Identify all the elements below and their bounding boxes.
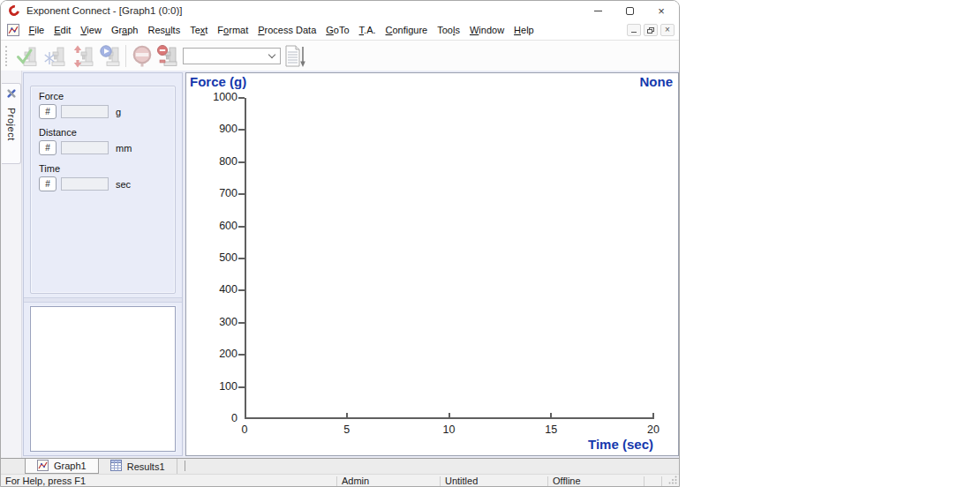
- status-separator: [336, 476, 337, 486]
- y-tick-label: 200: [192, 348, 237, 360]
- menu-item-graph[interactable]: Graph: [106, 22, 143, 38]
- stop-sign-button[interactable]: [130, 43, 156, 69]
- menu-item-window[interactable]: Window: [464, 22, 509, 38]
- distance-input[interactable]: [61, 141, 109, 154]
- test-selector-combo[interactable]: [183, 48, 281, 64]
- y-axis-title: Force (g): [190, 74, 246, 89]
- tools-icon: [5, 87, 18, 103]
- x-tick-label: 15: [533, 423, 569, 436]
- status-separator: [440, 476, 441, 486]
- menu-item-file[interactable]: File: [24, 22, 49, 38]
- menu-item-text[interactable]: Text: [185, 22, 213, 38]
- machine-run-button[interactable]: [97, 43, 124, 69]
- project-listbox[interactable]: [30, 306, 176, 452]
- status-help-text: For Help, press F1: [5, 476, 86, 486]
- tab-results1[interactable]: Results1: [99, 459, 177, 474]
- y-tick-mark: [238, 97, 245, 99]
- tab-project[interactable]: Project: [2, 83, 21, 164]
- time-hash-button[interactable]: #: [39, 176, 57, 191]
- menu-item-format[interactable]: Format: [213, 22, 253, 38]
- machine-calibrate-button[interactable]: [42, 43, 69, 69]
- status-document: Untitled: [445, 476, 478, 486]
- menu-item-configure[interactable]: Configure: [381, 22, 433, 38]
- y-tick-label: 400: [192, 283, 237, 296]
- machine-abort-icon: [156, 45, 179, 68]
- y-tick-mark: [238, 354, 245, 356]
- x-tick-mark: [550, 413, 552, 419]
- machine-move-arm-button[interactable]: [71, 43, 97, 69]
- document-chart-icon[interactable]: [7, 24, 19, 36]
- chart-icon: [37, 460, 49, 473]
- y-tick-label: 100: [192, 380, 237, 393]
- machine-abort-button[interactable]: [155, 43, 181, 69]
- distance-field-group: Distance # mm: [39, 127, 175, 155]
- menu-item-view[interactable]: View: [76, 22, 107, 38]
- y-tick-mark: [238, 129, 245, 131]
- y-tick-mark: [238, 289, 245, 291]
- y-tick-mark: [238, 193, 245, 195]
- x-tick-label: 0: [227, 423, 262, 436]
- resize-grip[interactable]: [668, 476, 677, 486]
- time-field-group: Time # sec: [39, 163, 175, 191]
- tab-bar-lead: [1, 459, 25, 474]
- window-controls: ×: [582, 1, 677, 20]
- force-field-group: Force # g: [39, 91, 175, 119]
- mdi-minimize-icon: [631, 32, 637, 33]
- minimize-button[interactable]: [582, 1, 614, 20]
- chevron-down-icon: [268, 51, 275, 58]
- menu-item-help[interactable]: Help: [509, 22, 539, 38]
- distance-label: Distance: [39, 127, 175, 138]
- plot-area: [245, 98, 653, 419]
- mdi-restore-icon: [647, 27, 654, 34]
- menu-item-tools[interactable]: Tools: [433, 22, 465, 38]
- y-tick-label: 500: [192, 251, 237, 264]
- y-tick-label: 700: [192, 187, 237, 199]
- menu-item-edit[interactable]: Edit: [49, 22, 76, 38]
- force-unit: g: [116, 107, 121, 117]
- mdi-restore-button[interactable]: [644, 24, 658, 36]
- tab-graph1[interactable]: Graph1: [25, 459, 99, 474]
- x-axis-title: Time (sec): [245, 437, 653, 452]
- report-download-button[interactable]: [282, 43, 308, 69]
- stop-sign-icon: [132, 45, 155, 68]
- mdi-close-icon: ×: [665, 26, 670, 34]
- window-title: Exponent Connect - [Graph1 (0:0)]: [26, 5, 182, 16]
- desktop: Exponent Connect - [Graph1 (0:0)] × File…: [0, 0, 980, 487]
- toolbar: [1, 41, 679, 71]
- menu-item-process-data[interactable]: Process Data: [253, 22, 321, 38]
- menubar-items: FileEditViewGraphResultsTextFormatProces…: [24, 22, 539, 38]
- y-tick-mark: [238, 322, 245, 324]
- table-icon: [110, 460, 122, 473]
- x-tick-mark: [346, 413, 348, 419]
- close-icon: ×: [658, 5, 665, 17]
- y-tick-mark: [238, 226, 245, 228]
- mdi-window-controls: ×: [627, 24, 675, 36]
- distance-hash-button[interactable]: #: [39, 140, 57, 155]
- force-input[interactable]: [61, 105, 109, 118]
- menu-item-goto[interactable]: GoTo: [321, 22, 354, 38]
- tab-results1-label: Results1: [127, 461, 165, 472]
- project-tab-label: Project: [6, 108, 17, 141]
- time-input[interactable]: [61, 177, 109, 191]
- close-button[interactable]: ×: [645, 1, 677, 20]
- status-separator: [661, 476, 662, 486]
- toolbar-separator: [125, 45, 126, 67]
- y-tick-label: 1000: [192, 91, 237, 103]
- mdi-close-button[interactable]: ×: [660, 24, 675, 36]
- force-hash-button[interactable]: #: [39, 104, 57, 119]
- minimize-icon: [594, 11, 602, 11]
- menu-item-results[interactable]: Results: [143, 22, 185, 38]
- graph-legend: None: [640, 74, 674, 89]
- horizontal-splitter[interactable]: [24, 297, 182, 303]
- machine-check-button[interactable]: [14, 43, 41, 69]
- y-tick-label: 900: [192, 123, 237, 135]
- tab-graph1-label: Graph1: [54, 461, 87, 471]
- menu-item-ta[interactable]: T.A.: [354, 22, 381, 38]
- graph-area: Force (g) None Time (sec) 01002003004005…: [185, 72, 679, 456]
- toolbar-grip[interactable]: [5, 46, 8, 66]
- maximize-button[interactable]: [614, 1, 645, 20]
- y-tick-mark: [238, 258, 245, 259]
- time-label: Time: [39, 163, 175, 174]
- mdi-minimize-button[interactable]: [627, 24, 641, 36]
- manual-readout-group: Force # g Distance # mm: [30, 86, 176, 294]
